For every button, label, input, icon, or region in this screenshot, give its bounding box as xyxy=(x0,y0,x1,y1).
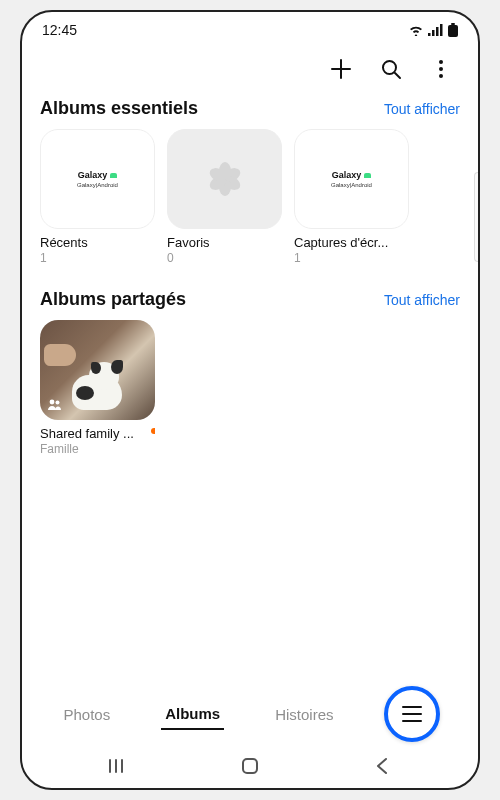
hamburger-icon xyxy=(402,706,422,722)
album-shared-family[interactable]: Shared family ... Famille xyxy=(40,320,155,456)
galaxy-subtext: Galaxy|Android xyxy=(331,182,372,188)
album-name: Récents xyxy=(40,235,155,250)
svg-rect-3 xyxy=(440,24,443,36)
svg-rect-1 xyxy=(432,30,435,36)
notification-dot xyxy=(151,428,155,434)
flower-icon xyxy=(206,160,244,198)
album-thumb xyxy=(40,320,155,420)
svg-point-7 xyxy=(439,60,443,64)
more-vertical-icon xyxy=(430,58,452,80)
tab-photos[interactable]: Photos xyxy=(59,700,114,729)
svg-point-6 xyxy=(383,61,396,74)
recents-nav-button[interactable] xyxy=(106,754,130,778)
shared-people-icon xyxy=(46,396,64,414)
galaxy-logo: Galaxy xyxy=(332,170,372,180)
svg-point-10 xyxy=(50,400,55,405)
shared-title: Albums partagés xyxy=(40,289,186,310)
more-button[interactable] xyxy=(428,56,454,82)
svg-point-9 xyxy=(439,74,443,78)
album-thumb: Galaxy Galaxy|Android xyxy=(40,129,155,229)
svg-point-8 xyxy=(439,67,443,71)
album-favorites[interactable]: Favoris 0 xyxy=(167,129,282,265)
add-button[interactable] xyxy=(328,56,354,82)
home-nav-button[interactable] xyxy=(238,754,262,778)
battery-icon xyxy=(448,23,458,37)
essentials-show-all[interactable]: Tout afficher xyxy=(384,101,460,117)
search-button[interactable] xyxy=(378,56,404,82)
svg-rect-2 xyxy=(436,27,439,36)
essentials-header: Albums essentiels Tout afficher xyxy=(40,98,460,119)
search-icon xyxy=(380,58,402,80)
album-count: 1 xyxy=(294,251,409,265)
status-time: 12:45 xyxy=(42,22,77,38)
svg-rect-12 xyxy=(243,759,257,773)
album-screenshots[interactable]: Galaxy Galaxy|Android Captures d'écr... … xyxy=(294,129,409,265)
shared-section: Albums partagés Tout afficher Shared fam… xyxy=(22,283,478,456)
album-recents[interactable]: Galaxy Galaxy|Android Récents 1 xyxy=(40,129,155,265)
android-nav-bar xyxy=(22,754,478,778)
essentials-row: Galaxy Galaxy|Android Récents 1 Favoris … xyxy=(40,129,460,265)
signal-icon xyxy=(428,24,444,36)
shared-row: Shared family ... Famille xyxy=(40,320,460,456)
back-nav-button[interactable] xyxy=(370,754,394,778)
device-frame: 12:45 Albums essentiels Tout afficher Ga… xyxy=(20,10,480,790)
svg-rect-0 xyxy=(428,33,431,36)
menu-button[interactable] xyxy=(384,686,440,742)
plus-icon xyxy=(330,58,352,80)
album-name: Shared family ... xyxy=(40,426,155,441)
album-thumb: Galaxy Galaxy|Android xyxy=(294,129,409,229)
svg-point-11 xyxy=(56,401,60,405)
svg-rect-4 xyxy=(451,23,455,25)
galaxy-subtext: Galaxy|Android xyxy=(77,182,118,188)
essentials-title: Albums essentiels xyxy=(40,98,198,119)
galaxy-logo: Galaxy xyxy=(78,170,118,180)
tab-stories[interactable]: Histoires xyxy=(271,700,337,729)
album-name: Captures d'écr... xyxy=(294,235,409,250)
bottom-tabs: Photos Albums Histoires xyxy=(22,686,478,742)
wifi-icon xyxy=(408,24,424,36)
album-subtitle: Famille xyxy=(40,442,155,456)
album-thumb xyxy=(167,129,282,229)
shared-header: Albums partagés Tout afficher xyxy=(40,289,460,310)
album-count: 0 xyxy=(167,251,282,265)
scroll-handle[interactable] xyxy=(474,172,479,262)
header-actions xyxy=(22,42,478,92)
album-count: 1 xyxy=(40,251,155,265)
essentials-section: Albums essentiels Tout afficher Galaxy G… xyxy=(22,92,478,265)
status-icons xyxy=(408,23,458,37)
svg-rect-5 xyxy=(448,25,458,37)
tab-albums[interactable]: Albums xyxy=(161,699,224,730)
status-bar: 12:45 xyxy=(22,12,478,42)
album-name: Favoris xyxy=(167,235,282,250)
shared-show-all[interactable]: Tout afficher xyxy=(384,292,460,308)
